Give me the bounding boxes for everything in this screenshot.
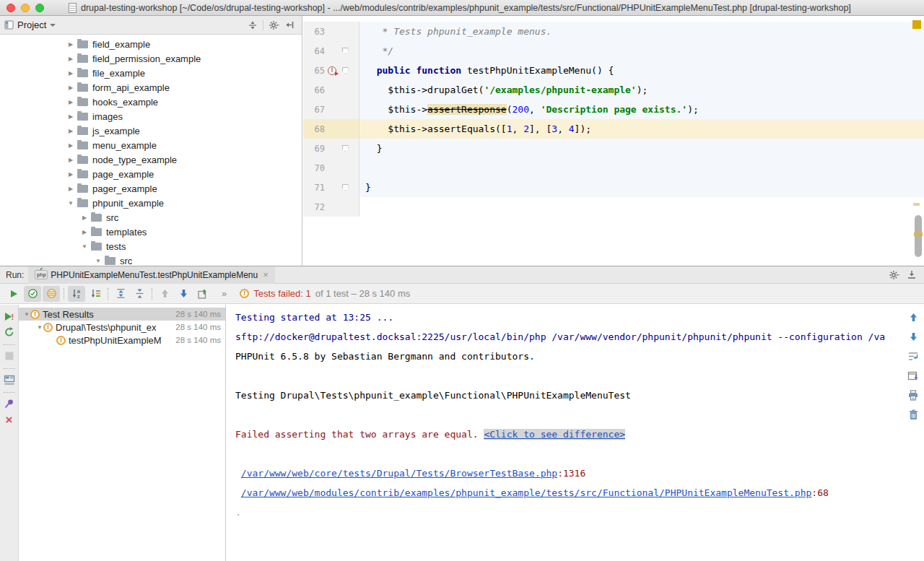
chevron-right-icon[interactable]: ▶ [67,128,74,134]
gear-icon[interactable] [266,18,282,32]
editor-line[interactable]: 66 $this->drupalGet('/examples/phpunit-e… [303,80,924,100]
chevron-down-icon[interactable]: ▼ [36,324,43,331]
project-tree-item[interactable]: ▶form_api_example [0,80,302,95]
close-window-button[interactable] [6,4,15,12]
show-passed-button[interactable] [24,286,41,302]
fold-marker-icon[interactable] [342,184,349,191]
folder-icon [91,228,102,236]
chevron-right-icon[interactable]: ▶ [67,84,74,91]
chevron-right-icon[interactable]: ▶ [67,99,74,105]
console-line: Failed asserting that two arrays are equ… [235,425,902,444]
project-tree-item[interactable]: ▼src [0,253,302,265]
clear-console-icon[interactable] [906,408,920,421]
project-tree-item[interactable]: ▼phpunit_example [0,196,302,210]
test-tree-item[interactable]: testPhpUnitExampleM28 s 140 ms [19,334,225,347]
project-panel-title[interactable]: Project [17,19,46,30]
minimize-panel-icon[interactable] [907,270,917,279]
toolbar-overflow-chevrons[interactable]: » [222,288,227,299]
project-tree-item[interactable]: ▶hooks_example [0,95,302,109]
project-tree-item[interactable]: ▶menu_example [0,138,302,152]
gear-icon[interactable] [889,270,899,280]
sort-by-duration-button[interactable] [87,286,104,302]
project-tree-item[interactable]: ▶pager_example [0,181,302,196]
chevron-down-icon[interactable]: ▼ [95,258,102,264]
soft-wrap-icon[interactable] [906,349,920,362]
project-tree-item[interactable]: ▶images [0,109,302,123]
editor-line[interactable]: 69 } [303,139,924,158]
previous-failed-test-button[interactable] [156,286,173,302]
project-tree-item[interactable]: ▶page_example [0,167,302,181]
console-hyperlink[interactable]: /var/www/web/core/tests/Drupal/Tests/Bro… [241,468,557,479]
project-tree-item[interactable]: ▼tests [0,239,302,253]
rerun-failed-tests-button[interactable]: ! [2,309,17,323]
fold-marker-icon[interactable] [342,67,349,74]
test-console-output[interactable]: Testing started at 13:25 ...sftp://docke… [226,305,902,561]
chevron-right-icon[interactable]: ▶ [67,41,74,48]
collapse-all-button[interactable] [131,286,148,302]
show-ignored-button[interactable] [43,286,60,302]
code-editor[interactable]: 63 * Tests phpunit_example menus.64 */65… [303,16,924,266]
chevron-down-icon[interactable]: ▼ [67,200,74,206]
chevron-down-icon[interactable]: ▼ [81,243,88,250]
chevron-right-icon[interactable]: ▶ [67,70,74,77]
chevron-right-icon[interactable]: ▶ [67,56,74,62]
test-duration: 28 s 140 ms [175,310,225,318]
error-stripe-mark[interactable] [913,203,920,206]
chevron-down-icon[interactable] [50,24,56,27]
pin-tab-icon[interactable] [2,396,17,411]
test-tree-item[interactable]: ▼Test Results28 s 140 ms [19,308,225,321]
failed-test-gutter-icon[interactable] [328,66,336,75]
close-tab-icon[interactable]: × [263,269,269,280]
editor-scrollbar[interactable] [915,215,922,257]
test-item-label: Drupal\Tests\phpunit_ex [56,322,175,333]
chevron-down-icon[interactable]: ▼ [23,311,30,318]
console-hyperlink[interactable]: <Click to see difference> [484,429,625,440]
inspection-status-indicator[interactable] [912,20,921,29]
scroll-down-icon[interactable] [906,330,920,343]
editor-line[interactable]: 67 $this->assertResponse(200, 'Descripti… [303,100,924,119]
chevron-right-icon[interactable]: ▶ [67,186,74,192]
editor-line[interactable]: 71} [303,178,924,197]
project-tree-item[interactable]: ▶js_example [0,123,302,138]
export-test-results-button[interactable] [193,286,211,302]
expand-collapse-icon[interactable] [245,18,261,32]
project-tree-item[interactable]: ▶templates [0,225,302,239]
chevron-right-icon[interactable]: ▶ [67,157,74,163]
hide-panel-icon[interactable] [282,18,297,32]
fold-marker-icon[interactable] [342,145,349,152]
print-icon[interactable] [906,388,920,401]
folder-icon [77,185,88,193]
chevron-right-icon[interactable]: ▶ [67,142,74,149]
open-results-in-editor-icon[interactable] [906,369,920,382]
scroll-up-icon[interactable] [906,310,920,323]
restore-layout-icon[interactable] [2,373,17,387]
expand-all-button[interactable] [112,286,129,302]
fold-marker-icon[interactable] [342,48,349,54]
minimize-window-button[interactable] [21,4,30,12]
zoom-window-button[interactable] [35,4,44,12]
chevron-right-icon[interactable]: ▶ [81,214,88,221]
chevron-right-icon[interactable]: ▶ [67,113,74,120]
project-tree-item[interactable]: ▶field_example [0,37,302,51]
sort-alphabetically-button[interactable]: a z [68,286,85,302]
test-tree-item[interactable]: ▼Drupal\Tests\phpunit_ex28 s 140 ms [19,321,225,334]
editor-line[interactable]: 68 $this->assertEquals([1, 2], [3, 4]); [303,119,924,139]
chevron-right-icon[interactable]: ▶ [67,171,74,178]
next-failed-test-button[interactable] [175,286,192,302]
rerun-test-button[interactable] [2,325,17,339]
editor-line[interactable]: 70 [303,158,924,178]
run-configuration-tab[interactable]: php PHPUnitExampleMenuTest.testPhpUnitEx… [28,266,274,284]
chevron-right-icon[interactable]: ▶ [81,229,88,235]
editor-line[interactable]: 65 public function testPhpUnitExampleMen… [303,61,924,80]
close-panel-icon[interactable]: × [2,412,17,427]
project-tree-item[interactable]: ▶field_permission_example [0,51,302,66]
editor-line[interactable]: 63 * Tests phpunit_example menus. [303,22,924,41]
console-text [235,468,241,479]
project-tree-item[interactable]: ▶src [0,210,302,225]
editor-line[interactable]: 72 [303,197,924,217]
console-hyperlink[interactable]: /var/www/web/modules/contrib/examples/ph… [241,487,812,498]
project-tree-item[interactable]: ▶node_type_example [0,152,302,167]
editor-line[interactable]: 64 */ [303,41,924,61]
rerun-button[interactable] [5,286,22,302]
project-tree-item[interactable]: ▶file_example [0,66,302,80]
